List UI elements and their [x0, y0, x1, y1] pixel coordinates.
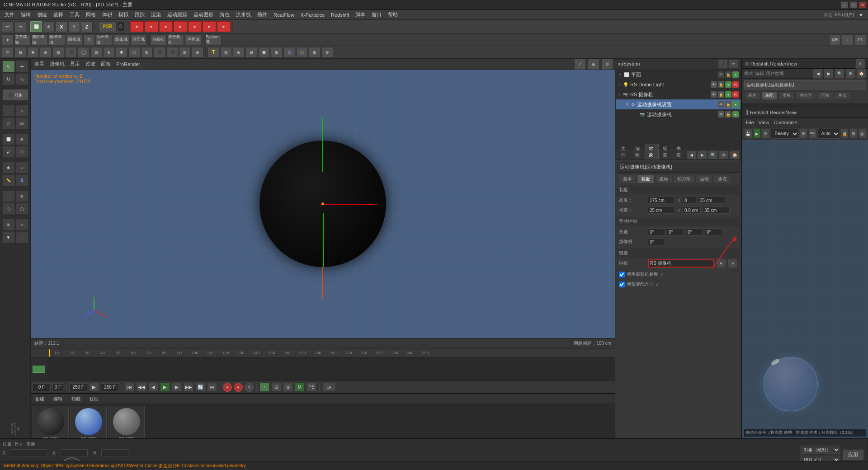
vp-fit[interactable]: ⊞ [588, 59, 599, 70]
tl-play[interactable]: ▶ [160, 383, 170, 392]
param-tab-config[interactable]: 装配 [637, 174, 654, 183]
tool-measure[interactable]: 📏 [2, 174, 15, 186]
menu-motion-track[interactable]: 运动跟踪 [165, 10, 190, 19]
obj-sphere-label[interactable]: 圆球体域 [49, 34, 65, 45]
rv-close[interactable]: ✕ [855, 59, 865, 69]
tree-item-dome-light[interactable]: ▷ 💡 RS Dome Light 👁 🔒 ● R [616, 80, 741, 89]
tool-11a[interactable]: ⊞ [2, 219, 15, 230]
tool-11[interactable]: ⬡ [128, 47, 140, 58]
rv-refresh[interactable]: ⟳ [762, 129, 770, 139]
mode-btn-y[interactable]: Y [68, 21, 80, 32]
render-btn-1[interactable]: ● [130, 21, 144, 32]
tool-paint[interactable]: 🖌 [2, 146, 15, 158]
menu-interface[interactable]: ▼ [856, 11, 866, 19]
tl-prev-key[interactable]: ◀◀ [137, 383, 146, 392]
viewport[interactable]: Number of emitters: 2 Total live particl… [31, 70, 615, 338]
obj-cylinder-label[interactable]: 圆柱体域 [32, 34, 48, 45]
menu-tools[interactable]: 工具 [67, 10, 82, 19]
psr-button[interactable]: PSR [99, 21, 117, 32]
param-tab-focus[interactable]: 焦点 [714, 174, 731, 183]
start-frame-input[interactable] [33, 383, 51, 391]
menu-simulate[interactable]: 模拟 [116, 10, 131, 19]
param-tab-dynamics[interactable]: 动力学 [673, 174, 695, 183]
rv-tab-config[interactable]: 装配 [761, 91, 778, 100]
tool-2[interactable]: ⊞ [14, 47, 26, 58]
menu-help[interactable]: 帮助 [385, 10, 401, 19]
vp-options[interactable]: ⚙ [601, 59, 613, 70]
tool-snap[interactable]: ✱ [2, 162, 15, 174]
size-x-input[interactable]: 0 cm [61, 449, 88, 456]
tool-24[interactable]: ⊕ [321, 47, 333, 58]
rv-menu-customize[interactable]: Customize [772, 119, 799, 126]
menu-mesh[interactable]: 网格 [83, 10, 99, 19]
mat-menu-function[interactable]: 功能 [69, 395, 83, 403]
rv-tab-dynamics[interactable]: 动力学 [796, 91, 816, 100]
obj-random-label[interactable]: 随机域 [66, 34, 82, 45]
rv-menu-view[interactable]: View [757, 119, 771, 126]
menu-plugin[interactable]: 插件 [255, 10, 270, 19]
rv-tab-basic[interactable]: 基本 [744, 91, 760, 100]
obj-python-label[interactable]: Python域 [205, 34, 222, 45]
rv-nav-1[interactable]: ◀ [813, 69, 823, 79]
menu-redshift[interactable]: Redshift [328, 11, 352, 19]
tool-7[interactable]: ◯ [78, 47, 90, 58]
scene-view-btn[interactable]: ⬛ [718, 59, 728, 68]
prop-input-check-2[interactable] [683, 207, 701, 214]
redo-button[interactable]: ↪ [14, 21, 26, 32]
tool-10b[interactable]: ◯ [16, 203, 28, 215]
menu-volume[interactable]: 体积 [99, 10, 115, 19]
tool-rotate[interactable]: ↻ [2, 73, 15, 85]
tool-move[interactable]: ✛ [16, 61, 28, 72]
tool-select[interactable]: ↖ [2, 61, 15, 72]
tool-21[interactable]: ⊞ [271, 47, 283, 58]
param-tab-basic[interactable]: 基本 [619, 174, 636, 183]
obj-line-label[interactable]: 线条域 [113, 34, 129, 45]
obj-surface-label[interactable]: 活面域 [130, 34, 146, 45]
toolbar-icon-fx[interactable]: FX [854, 34, 866, 45]
tool-9b[interactable]: ⊞ [16, 190, 28, 202]
tab-object[interactable]: 对象 [645, 144, 659, 160]
keyframe-auto[interactable]: ● [234, 383, 243, 392]
toolbar-icon-qr[interactable]: QR [829, 34, 841, 45]
obj-5[interactable]: ⊞ [83, 34, 95, 45]
tool-T[interactable]: T [208, 47, 219, 58]
tab-position[interactable]: 位置 [3, 441, 12, 447]
prop-btn-1[interactable]: ◀ [686, 150, 696, 160]
prop-btn-2[interactable]: ▶ [697, 150, 707, 160]
menu-realflow[interactable]: RealFlow [271, 11, 297, 19]
toolbar-icon-down[interactable]: ↓ [842, 34, 854, 45]
tree-item-rs-camera[interactable]: ▷ 📷 RS 摄像机 👁 🔒 ● R [616, 89, 741, 99]
rv-canvas[interactable]: 微信公众号：野鹿志 微博：野鹿志 作者：马鹿野郎（2.35s） [742, 140, 868, 438]
prop-input-check-3[interactable] [703, 207, 730, 214]
tool-12[interactable]: ⊞ [141, 47, 153, 58]
menu-create[interactable]: 创建 [34, 10, 50, 19]
tool-point[interactable]: · [2, 105, 15, 117]
tl-play-fwd[interactable]: ▶ [89, 383, 99, 392]
prop-btn-search[interactable]: 🔍 [708, 150, 718, 160]
obj-color-label[interactable]: 看色相机 [168, 34, 184, 45]
tree-item-plane[interactable]: ▼ ⬜ 平面 👁 🔒 ● [616, 70, 741, 80]
tool-sculpt[interactable]: ⬡ [16, 146, 28, 158]
tool-8[interactable]: ⊞ [90, 47, 102, 58]
render-btn-5[interactable]: ● [188, 21, 202, 32]
tl-next-frame[interactable]: ▶ [172, 383, 182, 392]
mode-btn-2[interactable]: ⊕ [43, 21, 55, 32]
menu-pipeline[interactable]: 流水线 [233, 10, 254, 19]
render-btn-3[interactable]: ● [159, 21, 173, 32]
prop-input-height[interactable] [648, 197, 675, 204]
menu-motion-graph[interactable]: 运动图形 [191, 10, 216, 19]
vp-menu-camera[interactable]: 摄像机 [48, 60, 66, 68]
menu-character[interactable]: 角色 [217, 10, 232, 19]
param-tab-coord[interactable]: 坐标 [655, 174, 672, 183]
undo-button[interactable]: ↩ [2, 21, 14, 32]
tool-4[interactable]: ⊕ [40, 47, 52, 58]
mat-menu-edit[interactable]: 编辑 [51, 395, 65, 403]
tool-18[interactable]: ⊕ [233, 47, 245, 58]
cb-blue-screen[interactable] [619, 282, 625, 287]
tl-timeline-btn[interactable]: ⊕ [283, 383, 293, 392]
prop-btn-home[interactable]: 🏠 [730, 150, 740, 160]
tl-next-key[interactable]: ▶▶ [184, 383, 193, 392]
end-frame-key[interactable] [101, 383, 119, 391]
rv-menu-file[interactable]: File [744, 119, 756, 126]
prop-input-check[interactable] [648, 207, 675, 214]
